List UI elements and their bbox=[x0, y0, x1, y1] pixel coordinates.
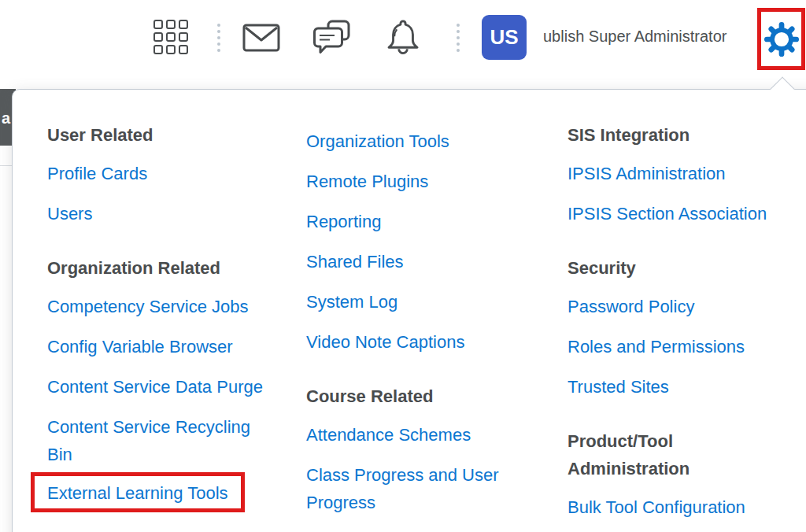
menu-link-profile-cards[interactable]: Profile Cards bbox=[47, 160, 306, 187]
menu-link-ipsis-administration[interactable]: IPSIS Administration bbox=[568, 160, 806, 187]
menu-link-competency-service-jobs[interactable]: Competency Service Jobs bbox=[47, 293, 306, 320]
menu-link-remote-plugins[interactable]: Remote Plugins bbox=[306, 168, 568, 195]
menu-column-3: SIS Integration IPSIS Administration IPS… bbox=[568, 90, 806, 532]
highlight-box-settings-gear bbox=[757, 8, 805, 70]
grid-dot bbox=[179, 45, 188, 54]
menu-link-users[interactable]: Users bbox=[47, 200, 306, 227]
menu-link-password-policy[interactable]: Password Policy bbox=[568, 293, 806, 320]
menu-link-video-note-captions[interactable]: Video Note Captions bbox=[306, 328, 568, 356]
grid-dot bbox=[166, 20, 176, 29]
menu-column-2: Organization Tools Remote Plugins Report… bbox=[306, 90, 568, 532]
heading-organization-related: Organization Related bbox=[47, 254, 306, 282]
grid-dot bbox=[153, 20, 163, 29]
menu-link-shared-files[interactable]: Shared Files bbox=[306, 248, 568, 275]
menu-column-1: User Related Profile Cards Users Organiz… bbox=[47, 90, 306, 532]
menu-link-config-variable-browser[interactable]: Config Variable Browser bbox=[47, 333, 306, 360]
menu-link-content-service-recycling-bin[interactable]: Content Service Recycling Bin bbox=[47, 413, 306, 468]
heading-sis-integration: SIS Integration bbox=[568, 121, 806, 149]
heading-security: Security bbox=[568, 254, 806, 282]
user-avatar[interactable]: US bbox=[482, 15, 527, 60]
menu-link-external-learning-tools[interactable]: External Learning Tools bbox=[47, 479, 228, 507]
heading-course-related: Course Related bbox=[306, 382, 568, 410]
grid-dot bbox=[166, 45, 176, 54]
menu-link-trusted-sites[interactable]: Trusted Sites bbox=[568, 373, 806, 401]
heading-product-tool-administration: Product/Tool Administration bbox=[568, 427, 806, 482]
notifications-bell-icon[interactable] bbox=[385, 17, 421, 57]
dotted-divider bbox=[217, 24, 220, 52]
grid-dot bbox=[166, 32, 176, 42]
menu-link-attendance-schemes[interactable]: Attendance Schemes bbox=[306, 421, 568, 449]
menu-link-reporting[interactable]: Reporting bbox=[306, 208, 568, 235]
grid-dot bbox=[179, 32, 188, 42]
grid-dot bbox=[179, 20, 188, 29]
background-letter: a bbox=[2, 109, 10, 127]
highlight-box-external-learning-tools: External Learning Tools bbox=[31, 472, 245, 512]
admin-tools-dropdown: User Related Profile Cards Users Organiz… bbox=[12, 89, 806, 532]
menu-link-content-service-data-purge[interactable]: Content Service Data Purge bbox=[47, 373, 306, 401]
user-name-label: ublish Super Administrator bbox=[543, 28, 727, 46]
grid-dot bbox=[153, 32, 163, 42]
chat-icon[interactable] bbox=[312, 19, 352, 57]
top-navbar: US ublish Super Administrator bbox=[0, 0, 806, 76]
grid-dot bbox=[153, 45, 163, 54]
settings-gear-icon[interactable] bbox=[763, 21, 800, 57]
dotted-divider bbox=[457, 24, 460, 52]
app-grid-icon[interactable] bbox=[153, 20, 188, 54]
menu-link-ipsis-section-association[interactable]: IPSIS Section Association bbox=[568, 200, 806, 227]
background-header-border bbox=[0, 165, 12, 166]
admin-tools-columns: User Related Profile Cards Users Organiz… bbox=[13, 90, 806, 532]
menu-link-organization-tools[interactable]: Organization Tools bbox=[306, 127, 568, 155]
heading-user-related: User Related bbox=[47, 121, 306, 149]
menu-link-system-log[interactable]: System Log bbox=[306, 288, 568, 316]
menu-link-bulk-tool-configuration[interactable]: Bulk Tool Configuration bbox=[568, 493, 806, 521]
menu-link-roles-and-permissions[interactable]: Roles and Permissions bbox=[568, 333, 806, 360]
email-icon[interactable] bbox=[242, 23, 280, 53]
menu-link-class-progress-and-user-progress[interactable]: Class Progress and User Progress bbox=[306, 461, 568, 516]
